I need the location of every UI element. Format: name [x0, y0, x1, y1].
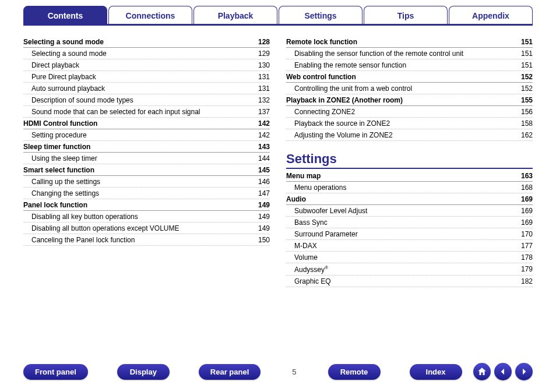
toc-item-label: Using the sleep timer	[23, 154, 97, 163]
toc-item[interactable]: Enabling the remote sensor function151	[286, 59, 533, 71]
toc-item[interactable]: Sound mode that can be selected for each…	[23, 106, 270, 118]
toc-item-page: 169	[521, 207, 533, 215]
toc-section-heading[interactable]: Remote lock function151	[286, 36, 533, 48]
toc-item[interactable]: Subwoofer Level Adjust169	[286, 205, 533, 217]
toc-item[interactable]: Selecting a sound mode129	[23, 48, 270, 59]
toc-item-label: Subwoofer Level Adjust	[286, 207, 367, 215]
toc-section-page: 169	[521, 195, 533, 203]
toc-item[interactable]: Controlling the unit from a web control1…	[286, 83, 533, 94]
toc-item[interactable]: Changing the settings147	[23, 188, 270, 199]
toc-item[interactable]: Connecting ZONE2156	[286, 106, 533, 118]
toc-section-page: 145	[258, 166, 270, 174]
toc-item[interactable]: Direct playback130	[23, 59, 270, 71]
toc-item-page: 132	[258, 96, 270, 104]
toc-item[interactable]: Calling up the settings146	[23, 176, 270, 188]
toc-item[interactable]: Description of sound mode types132	[23, 94, 270, 106]
toc-item-label: Playback the source in ZONE2	[286, 119, 390, 128]
toc-item-page: 149	[258, 224, 270, 232]
toc-item[interactable]: Volume178	[286, 252, 533, 263]
footer: Front panel Display Rear panel 5 Remote …	[0, 363, 556, 380]
toc-item-page: 158	[521, 119, 533, 128]
toc-section-page: 128	[258, 38, 270, 46]
toc-item-page: 182	[521, 277, 533, 285]
toc-section-heading[interactable]: HDMI Control function142	[23, 118, 270, 129]
toc-item-label: Setting procedure	[23, 131, 87, 139]
tab-playback[interactable]: Playback	[193, 6, 277, 24]
toc-item-label: Controlling the unit from a web control	[286, 84, 412, 93]
tab-connections[interactable]: Connections	[108, 6, 192, 24]
toc-section-heading[interactable]: Web control function152	[286, 71, 533, 83]
tab-contents[interactable]: Contents	[23, 6, 107, 24]
toc-item-sup: ®	[325, 265, 328, 270]
tab-tips[interactable]: Tips	[364, 6, 448, 24]
toc-right-column: Remote lock function151Disabling the sen…	[286, 36, 533, 287]
toc-item-label: Changing the settings	[23, 189, 99, 197]
toc-item-label: Disabling all button operations except V…	[23, 224, 179, 232]
toc-item-label: Volume	[286, 253, 318, 262]
toc-item-label: Connecting ZONE2	[286, 108, 355, 116]
remote-button[interactable]: Remote	[328, 364, 381, 380]
toc-section-heading[interactable]: Menu map163	[286, 170, 533, 182]
toc-section-page: 151	[521, 38, 533, 46]
toc-item-page: 131	[258, 84, 270, 93]
toc-section-heading[interactable]: Audio169	[286, 193, 533, 205]
toc-section-title: Menu map	[286, 172, 321, 180]
toc-item[interactable]: Audyssey®179	[286, 263, 533, 276]
toc-item-label: Sound mode that can be selected for each…	[23, 108, 200, 116]
toc-item-label: Surround Parameter	[286, 230, 358, 238]
toc-item-page: 144	[258, 154, 270, 163]
toc-item[interactable]: Bass Sync169	[286, 217, 533, 228]
chapter-heading-settings: Settings	[286, 151, 533, 169]
toc-item[interactable]: Menu operations168	[286, 182, 533, 193]
toc-item-page: 151	[521, 50, 533, 58]
toc-section-heading[interactable]: Selecting a sound mode128	[23, 36, 270, 48]
footer-right	[473, 363, 533, 380]
toc-item-page: 129	[258, 50, 270, 58]
toc-item-label: Direct playback	[23, 61, 79, 69]
toc-item-label: Auto surround playback	[23, 84, 105, 93]
toc-section-heading[interactable]: Sleep timer function143	[23, 141, 270, 153]
toc-section-title: Web control function	[286, 73, 356, 81]
toc-section-heading[interactable]: Smart select function145	[23, 164, 270, 176]
toc-section-title: HDMI Control function	[23, 119, 97, 128]
toc-item[interactable]: Disabling all key button operations149	[23, 211, 270, 223]
toc-section-title: Playback in ZONE2 (Another room)	[286, 96, 403, 104]
toc-item[interactable]: Disabling all button operations except V…	[23, 223, 270, 234]
toc-item[interactable]: Canceling the Panel lock function150	[23, 234, 270, 246]
toc-item[interactable]: Disabling the sensor function of the rem…	[286, 48, 533, 59]
arrow-left-icon[interactable]	[494, 363, 512, 380]
toc-section-heading[interactable]: Panel lock function149	[23, 199, 270, 211]
home-icon[interactable]	[473, 363, 491, 380]
toc-item-label: Pure Direct playback	[23, 73, 96, 81]
tab-settings[interactable]: Settings	[279, 6, 363, 24]
toc-item[interactable]: Graphic EQ182	[286, 276, 533, 287]
toc-item-page: 177	[521, 242, 533, 250]
front-panel-button[interactable]: Front panel	[23, 364, 88, 380]
toc-item-label: Bass Sync	[286, 218, 328, 227]
toc-item[interactable]: Using the sleep timer144	[23, 153, 270, 164]
toc-item-label: Audyssey®	[286, 265, 328, 274]
toc-item[interactable]: M-DAX177	[286, 240, 533, 252]
toc-item-page: 137	[258, 108, 270, 116]
toc-item[interactable]: Playback the source in ZONE2158	[286, 118, 533, 129]
display-button[interactable]: Display	[117, 364, 170, 380]
toc-section-title: Audio	[286, 195, 306, 203]
toc-item[interactable]: Surround Parameter170	[286, 228, 533, 240]
index-button[interactable]: Index	[410, 364, 462, 380]
rear-panel-button[interactable]: Rear panel	[199, 364, 261, 380]
toc-item-page: 179	[521, 265, 533, 274]
toc-item-label: Enabling the remote sensor function	[286, 61, 406, 69]
toc-item[interactable]: Adjusting the Volume in ZONE2162	[286, 129, 533, 141]
toc-item[interactable]: Pure Direct playback131	[23, 71, 270, 83]
tab-appendix[interactable]: Appendix	[449, 6, 533, 24]
toc-section-page: 155	[521, 96, 533, 104]
toc-item[interactable]: Setting procedure142	[23, 129, 270, 141]
toc-section-page: 149	[258, 201, 270, 209]
toc-section-title: Selecting a sound mode	[23, 38, 104, 46]
arrow-right-icon[interactable]	[515, 363, 533, 380]
toc-section-title: Sleep timer function	[23, 143, 90, 151]
toc-item-page: 146	[258, 178, 270, 186]
toc-section-heading[interactable]: Playback in ZONE2 (Another room)155	[286, 94, 533, 106]
toc-section-title: Remote lock function	[286, 38, 357, 46]
toc-item[interactable]: Auto surround playback131	[23, 83, 270, 94]
